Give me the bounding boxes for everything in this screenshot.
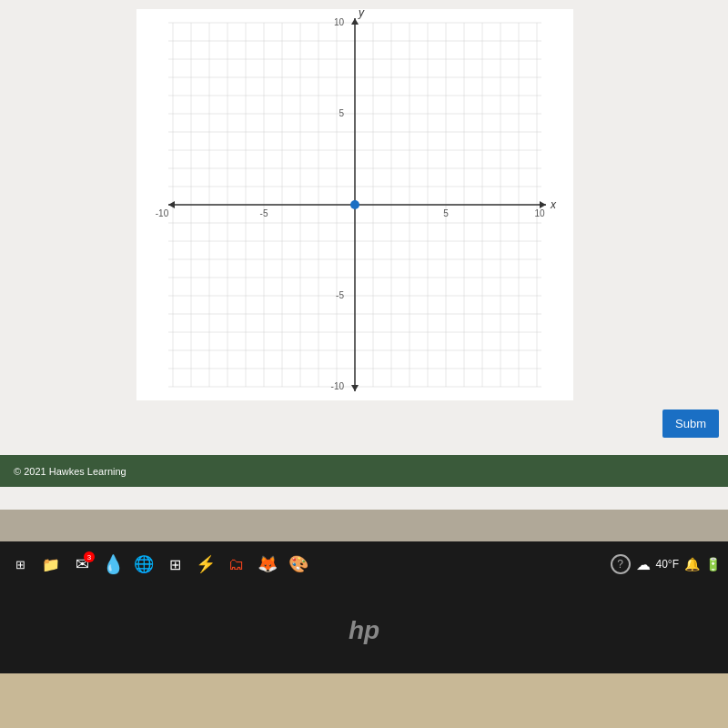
submit-button[interactable]: Subm (662, 410, 719, 438)
taskbar-windows[interactable]: ⊞ (162, 551, 187, 577)
taskbar-battery[interactable]: 🔋 (705, 557, 721, 571)
taskbar-notification[interactable]: 🔔 (684, 557, 700, 571)
taskbar-right-area: ? ☁ 40°F 🔔 🔋 (611, 554, 721, 574)
hp-logo-area: hp (0, 587, 728, 673)
x-label-neg10: -10 (156, 208, 169, 218)
browser-content: x y -10 -5 5 10 10 5 -5 -10 Subm (0, 0, 728, 510)
hp-logo: hp (349, 616, 379, 645)
taskbar-question[interactable]: ? (611, 554, 631, 574)
copyright-text: © 2021 Hawkes Learning (14, 466, 126, 477)
graph-point[interactable] (350, 200, 359, 209)
coordinate-graph: x y -10 -5 5 10 10 5 -5 -10 (136, 9, 573, 400)
taskbar-dropbox[interactable]: 💧 (100, 551, 126, 577)
footer-bar: © 2021 Hawkes Learning (0, 455, 728, 487)
taskbar: ⊞ 📁 ✉ 💧 🌐 ⊞ ⚡ 🗂 🦊 🎨 ? ☁ 40°F 🔔 🔋 (0, 541, 728, 587)
weather-temp: 40°F (656, 558, 679, 571)
taskbar-edge[interactable]: 🌐 (131, 551, 157, 577)
x-label-pos10: 10 (534, 208, 545, 218)
taskbar-lightning[interactable]: ⚡ (193, 551, 218, 577)
taskbar-office[interactable]: 🗂 (224, 551, 249, 577)
y-label-neg5: -5 (336, 290, 344, 300)
y-axis-label: y (358, 9, 365, 19)
y-label-pos10: 10 (334, 17, 345, 27)
x-label-neg5: -5 (260, 208, 268, 218)
taskbar-firefox[interactable]: 🦊 (255, 551, 280, 577)
taskbar-cloud[interactable]: ☁ (636, 556, 651, 573)
y-label-pos5: 5 (339, 108, 344, 118)
taskbar-app[interactable]: 🎨 (286, 551, 311, 577)
bottom-bezel (0, 673, 728, 728)
x-label-pos5: 5 (443, 208, 449, 218)
graph-container: x y -10 -5 5 10 10 5 -5 -10 (136, 9, 573, 400)
y-label-neg10: -10 (331, 381, 345, 391)
taskbar-file-explorer[interactable]: 📁 (38, 551, 64, 577)
taskbar-start[interactable]: ⊞ (7, 551, 33, 577)
taskbar-mail[interactable]: ✉ (69, 551, 95, 577)
x-axis-label: x (550, 198, 557, 211)
